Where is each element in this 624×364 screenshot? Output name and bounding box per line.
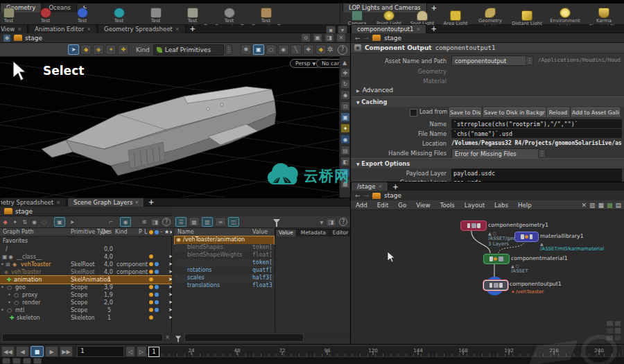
detail-row[interactable]: blendShapeWeights float[] — [175, 252, 274, 259]
play-reverse-button[interactable]: ◀ — [16, 346, 29, 357]
visibility-flame-icon[interactable] — [149, 254, 153, 259]
details-camera-icon[interactable]: ◨ — [326, 218, 336, 227]
status-icon[interactable] — [23, 358, 31, 364]
select-objects-icon[interactable]: ◆ — [80, 44, 92, 55]
details-help-icon[interactable]: ? — [339, 218, 347, 226]
detail-row[interactable]: token[1 — [175, 259, 274, 267]
view-orbit-icon[interactable]: ↻ — [340, 79, 350, 89]
pane-tab-geometry-spreadsheet[interactable]: Geometry Spreadsheet× — [98, 24, 186, 34]
menu-go[interactable]: Go — [393, 200, 411, 210]
nav-back-icon[interactable]: ← — [355, 192, 361, 199]
filter-funnel-icon[interactable] — [175, 336, 181, 339]
tree-favorites[interactable]: Favorites — [0, 237, 172, 245]
tree-row[interactable]: /0,0 — [0, 245, 172, 253]
select-mode-icon[interactable]: ➤ — [68, 44, 79, 55]
col-name[interactable]: Name — [177, 229, 194, 235]
kind-stepper-icon[interactable]: ⋮ — [225, 44, 232, 55]
view-pan-icon[interactable]: ✚ — [340, 68, 350, 78]
stop-button[interactable]: ■ — [31, 346, 44, 357]
detail-row[interactable]: rotations quatf[1 — [175, 267, 274, 275]
prev-frame-button[interactable]: ◁ — [125, 346, 135, 357]
add-to-asset-gallery-button[interactable]: Add to Asset Gallery — [571, 107, 620, 118]
pane-add-tab-button[interactable]: + — [187, 25, 199, 33]
pane-tab-scene-graph-layers[interactable]: Scene Graph Layers▾ — [67, 198, 144, 207]
color-palette-icon[interactable]: ▩ — [607, 202, 613, 209]
tree-row[interactable]: ▣◉ __class__4,0 ➤ — [0, 253, 172, 261]
search-icon[interactable]: ◌ — [40, 218, 48, 226]
grid-icon[interactable]: ▦ — [598, 202, 604, 209]
menu-edit[interactable]: Edit — [372, 200, 394, 210]
select-visible-icon[interactable]: ✚ — [303, 44, 314, 55]
proxy-dot-icon[interactable] — [155, 308, 159, 312]
network-quickmarks[interactable] — [606, 320, 621, 341]
nav-forward-icon[interactable]: → — [364, 192, 370, 199]
file-name-field[interactable]: `chs("name")`.usd — [451, 129, 622, 138]
link-icon[interactable]: ⊙ — [301, 33, 311, 42]
line-tool-icon[interactable]: ╲ — [291, 44, 302, 55]
clear-filter-icon[interactable]: × — [165, 334, 170, 340]
tree-row[interactable]: • ○ render Scope2,0 ➤ — [0, 299, 172, 306]
nav-back-icon[interactable]: ← — [355, 35, 361, 42]
collapse-all-icon[interactable]: ◆ — [1, 218, 9, 226]
col-kind[interactable]: Kind — [115, 229, 128, 235]
select-arrow-icon[interactable]: ➤ — [67, 218, 77, 226]
menu-help[interactable]: Help — [513, 200, 537, 210]
select-dynamics-icon[interactable]: ✦ — [105, 44, 116, 55]
tree-row[interactable]: • ○ mtl Scope5 ➤ — [0, 306, 172, 314]
menu-layout[interactable]: Layout — [460, 200, 489, 210]
tree-row[interactable]: • ○ proxy Scope1,9 ➤ — [0, 291, 172, 299]
name-field[interactable]: `strreplace(chs("rootprim"),"/","")` — [451, 119, 622, 128]
tree-row[interactable]: • ⊞◈ vehToaster SkelRoot4,0component ➤ — [0, 261, 172, 268]
detail-tab-editor-node[interactable]: Editor Nod — [330, 229, 349, 236]
visibility-flame-icon[interactable] — [149, 293, 153, 297]
col-l[interactable]: L — [144, 229, 147, 235]
sliders-icon[interactable]: ⇅ — [21, 218, 28, 226]
tree-row[interactable]: • ○ geo Scope3,9 ➤ — [0, 284, 172, 291]
pin-icon[interactable]: ◆ — [3, 34, 11, 42]
handle-missing-files-dropdown[interactable]: Error for Missing Files — [451, 148, 540, 159]
detail-tab-metadata[interactable]: Metadata — [297, 229, 329, 236]
asset-name-dropdown[interactable]: componentoutput — [451, 55, 528, 66]
proxy-dot-icon[interactable] — [155, 270, 159, 274]
save-to-disk-button[interactable]: Save to Disk — [449, 107, 481, 118]
viewport-settings-gear-icon[interactable]: ✲ — [325, 45, 335, 54]
expand-icon[interactable]: • — [1, 284, 4, 291]
pane-add-tab-button[interactable]: + — [145, 198, 157, 206]
columns-icon[interactable]: ▥ — [202, 217, 213, 227]
play-button[interactable]: ▶ — [45, 346, 58, 357]
menu-view[interactable]: View — [411, 200, 435, 210]
rows-icon[interactable]: ≡ — [215, 217, 226, 227]
visibility-flame-icon[interactable] — [149, 315, 153, 320]
filter-funnel-icon[interactable] — [273, 219, 280, 223]
visibility-flame-icon[interactable] — [149, 308, 153, 312]
tree-filter-input[interactable] — [2, 333, 163, 342]
jump-end-button[interactable]: ▶▶ — [60, 346, 73, 357]
pane-tab-animation-editor[interactable]: Animation Editor× — [28, 24, 97, 34]
help-icon[interactable]: ? — [338, 45, 347, 55]
tree-camera-icon[interactable]: ◨ — [150, 218, 160, 227]
jump-start-button[interactable]: ◀◀ — [1, 346, 15, 357]
tree-row-selected[interactable]: ✚ animation SkelAnimation1 ➤ — [0, 276, 172, 284]
visibility-flame-icon[interactable] — [149, 270, 153, 274]
params-path[interactable]: stage — [384, 35, 401, 42]
col-value[interactable]: Value — [252, 229, 268, 235]
flat-mode-icon[interactable]: ▦ — [189, 217, 200, 227]
playhead-marker[interactable]: 1 — [148, 347, 159, 357]
tree-row[interactable]: ◈ vehToaster SkelRoot4,0component ➤ — [0, 268, 172, 276]
tree-mode-icon[interactable]: ☰ — [175, 217, 187, 227]
payload-layer-field[interactable]: payload.usdc — [451, 168, 622, 177]
proxy-dot-icon[interactable] — [155, 300, 159, 304]
shading-icon[interactable]: ◉ — [340, 135, 350, 144]
visibility-flame-icon[interactable] — [149, 277, 153, 281]
menu-tools[interactable]: Tools — [435, 200, 460, 210]
snapshot-view-icon[interactable]: ▣ — [54, 217, 65, 227]
caching-section-header[interactable]: ▼ Caching — [351, 96, 624, 107]
snapshot-icon[interactable]: ▣ — [340, 112, 350, 122]
hierarchy-icon[interactable]: ⌐ — [107, 218, 115, 226]
network-path[interactable]: stage — [384, 192, 401, 199]
details-filter-input[interactable] — [184, 333, 304, 342]
wrench-icon[interactable]: ✕ — [581, 202, 587, 209]
pane-tab-componentoutput1[interactable]: componentoutput1× — [351, 24, 426, 34]
display-options-icon[interactable]: ▤ — [340, 146, 350, 155]
pane-add-tab-button[interactable]: + — [427, 25, 440, 33]
